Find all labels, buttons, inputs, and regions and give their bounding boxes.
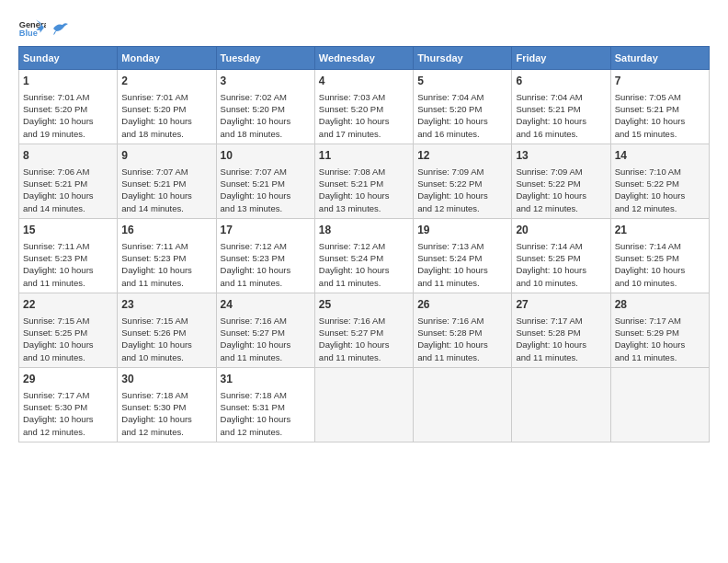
day-number: 10 — [221, 148, 311, 164]
daylight-label: Daylight: 10 hours — [221, 116, 291, 126]
svg-text:Blue: Blue — [19, 29, 38, 37]
sunset-label: Sunset: 5:21 PM — [516, 104, 580, 114]
daylight-label: Daylight: 10 hours — [121, 116, 192, 126]
sunrise-label: Sunrise: 7:06 AM — [23, 167, 89, 177]
day-number: 14 — [615, 148, 705, 164]
daylight-label: Daylight: 10 hours — [417, 116, 488, 126]
calendar-cell: 20 Sunrise: 7:14 AM Sunset: 5:25 PM Dayl… — [512, 218, 610, 293]
sunset-label: Sunset: 5:27 PM — [221, 327, 285, 338]
daylight-label: Daylight: 10 hours — [121, 339, 192, 350]
sunrise-label: Sunrise: 7:15 AM — [121, 316, 188, 326]
calendar-cell: 22 Sunrise: 7:15 AM Sunset: 5:25 PM Dayl… — [19, 293, 118, 367]
sunrise-label: Sunrise: 7:04 AM — [516, 92, 582, 102]
sunset-label: Sunset: 5:23 PM — [121, 253, 186, 263]
sunrise-label: Sunrise: 7:07 AM — [221, 167, 287, 177]
calendar-cell — [610, 367, 709, 442]
sunrise-label: Sunrise: 7:14 AM — [516, 241, 582, 251]
daylight-label: Daylight: 10 hours — [23, 339, 94, 350]
col-header-sunday: Sunday — [19, 47, 118, 70]
sunrise-label: Sunrise: 7:02 AM — [221, 92, 287, 102]
sunset-label: Sunset: 5:21 PM — [121, 178, 186, 189]
day-number: 11 — [319, 148, 409, 164]
sunset-label: Sunset: 5:21 PM — [23, 178, 87, 189]
day-number: 13 — [516, 148, 606, 164]
daylight-label: Daylight: 10 hours — [615, 190, 686, 201]
calendar-cell: 21 Sunrise: 7:14 AM Sunset: 5:25 PM Dayl… — [610, 218, 709, 293]
sunrise-label: Sunrise: 7:16 AM — [417, 316, 483, 326]
day-number: 29 — [23, 372, 113, 387]
daylight-label: Daylight: 10 hours — [23, 116, 94, 126]
sunrise-label: Sunrise: 7:18 AM — [221, 390, 287, 400]
daylight-label: Daylight: 10 hours — [221, 339, 291, 350]
sunset-label: Sunset: 5:25 PM — [615, 253, 679, 263]
daylight-label: Daylight: 10 hours — [121, 265, 192, 275]
logo-bird-icon — [51, 22, 68, 35]
sunrise-label: Sunrise: 7:16 AM — [319, 316, 385, 326]
daylight-minutes: and 12 minutes. — [417, 203, 480, 213]
daylight-minutes: and 11 minutes. — [121, 278, 184, 288]
daylight-label: Daylight: 10 hours — [23, 190, 94, 201]
daylight-label: Daylight: 10 hours — [516, 339, 586, 350]
daylight-minutes: and 18 minutes. — [121, 129, 184, 139]
day-number: 21 — [615, 223, 705, 238]
calendar-cell: 15 Sunrise: 7:11 AM Sunset: 5:23 PM Dayl… — [19, 218, 118, 293]
calendar-cell — [414, 367, 512, 442]
sunset-label: Sunset: 5:29 PM — [615, 327, 679, 338]
daylight-label: Daylight: 10 hours — [319, 116, 390, 126]
daylight-label: Daylight: 10 hours — [221, 265, 291, 275]
daylight-label: Daylight: 10 hours — [516, 190, 586, 201]
calendar-cell: 12 Sunrise: 7:09 AM Sunset: 5:22 PM Dayl… — [414, 144, 512, 218]
daylight-minutes: and 13 minutes. — [319, 203, 381, 213]
daylight-label: Daylight: 10 hours — [319, 190, 390, 201]
sunset-label: Sunset: 5:20 PM — [221, 104, 285, 114]
sunrise-label: Sunrise: 7:05 AM — [615, 92, 681, 102]
sunrise-label: Sunrise: 7:12 AM — [221, 241, 287, 251]
daylight-minutes: and 10 minutes. — [121, 352, 184, 362]
sunset-label: Sunset: 5:21 PM — [615, 104, 679, 114]
sunset-label: Sunset: 5:20 PM — [417, 104, 482, 114]
day-number: 24 — [221, 297, 311, 313]
sunrise-label: Sunrise: 7:10 AM — [615, 167, 681, 177]
daylight-minutes: and 12 minutes. — [221, 427, 283, 437]
daylight-minutes: and 10 minutes. — [615, 278, 677, 288]
daylight-minutes: and 11 minutes. — [319, 278, 381, 288]
day-number: 9 — [121, 148, 211, 164]
sunset-label: Sunset: 5:20 PM — [121, 104, 186, 114]
sunset-label: Sunset: 5:30 PM — [23, 402, 87, 412]
sunset-label: Sunset: 5:23 PM — [221, 253, 285, 263]
sunset-label: Sunset: 5:22 PM — [615, 178, 679, 189]
col-header-tuesday: Tuesday — [216, 47, 314, 70]
sunrise-label: Sunrise: 7:12 AM — [319, 241, 385, 251]
day-number: 5 — [417, 74, 507, 89]
sunset-label: Sunset: 5:22 PM — [516, 178, 580, 189]
daylight-minutes: and 12 minutes. — [23, 427, 85, 437]
sunrise-label: Sunrise: 7:15 AM — [23, 316, 89, 326]
sunrise-label: Sunrise: 7:17 AM — [615, 316, 681, 326]
sunrise-label: Sunrise: 7:16 AM — [221, 316, 287, 326]
sunrise-label: Sunrise: 7:01 AM — [121, 92, 188, 102]
sunset-label: Sunset: 5:25 PM — [23, 327, 87, 338]
sunset-label: Sunset: 5:22 PM — [417, 178, 482, 189]
daylight-label: Daylight: 10 hours — [417, 265, 488, 275]
daylight-label: Daylight: 10 hours — [121, 414, 192, 424]
day-number: 25 — [319, 297, 409, 313]
sunrise-label: Sunrise: 7:11 AM — [121, 241, 188, 251]
daylight-minutes: and 11 minutes. — [221, 352, 283, 362]
day-number: 6 — [516, 74, 606, 89]
calendar-cell: 31 Sunrise: 7:18 AM Sunset: 5:31 PM Dayl… — [216, 367, 314, 442]
daylight-minutes: and 17 minutes. — [319, 129, 381, 139]
daylight-minutes: and 11 minutes. — [417, 278, 480, 288]
daylight-minutes: and 11 minutes. — [516, 352, 578, 362]
daylight-minutes: and 13 minutes. — [221, 203, 283, 213]
sunrise-label: Sunrise: 7:04 AM — [417, 92, 483, 102]
calendar-table: SundayMondayTuesdayWednesdayThursdayFrid… — [18, 46, 710, 442]
sunrise-label: Sunrise: 7:07 AM — [121, 167, 188, 177]
daylight-minutes: and 12 minutes. — [615, 203, 677, 213]
sunset-label: Sunset: 5:21 PM — [319, 178, 383, 189]
day-number: 1 — [23, 74, 113, 89]
calendar-cell: 3 Sunrise: 7:02 AM Sunset: 5:20 PM Dayli… — [216, 70, 314, 144]
daylight-minutes: and 10 minutes. — [23, 352, 85, 362]
calendar-cell: 5 Sunrise: 7:04 AM Sunset: 5:20 PM Dayli… — [414, 70, 512, 144]
sunset-label: Sunset: 5:27 PM — [319, 327, 383, 338]
day-number: 15 — [23, 223, 113, 238]
